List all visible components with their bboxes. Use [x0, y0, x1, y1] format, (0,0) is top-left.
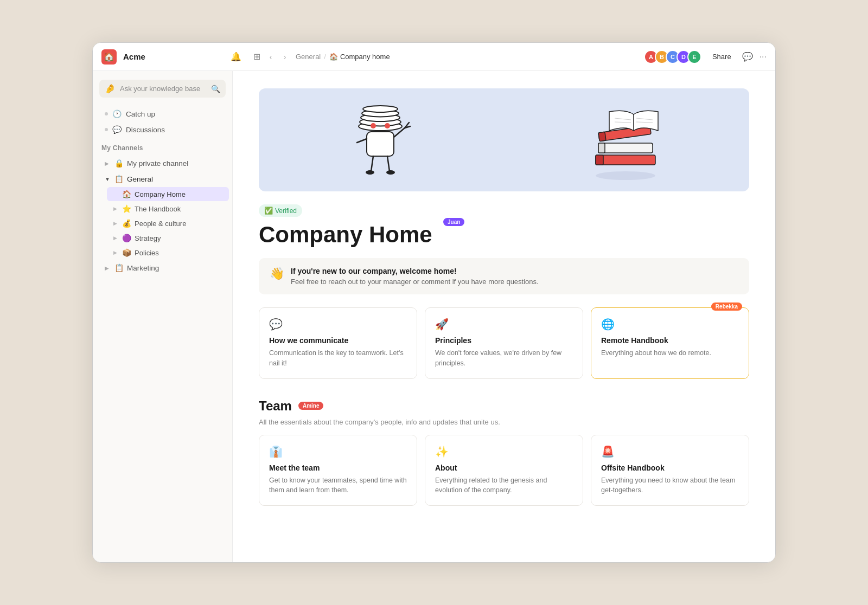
sidebar-item-private-channel[interactable]: ▶ 🔒 My private channel [96, 156, 229, 171]
welcome-title: If you're new to our company, welcome ho… [291, 267, 539, 275]
hero-banner [259, 88, 749, 191]
svg-rect-22 [598, 132, 605, 141]
notification-icon[interactable]: 🔔 [228, 49, 244, 65]
layout-icon[interactable]: ⊞ [249, 49, 264, 65]
meet-team-desc: Get to know your teammates, spend time w… [269, 475, 407, 496]
team-title: Team [259, 398, 292, 414]
about-title: About [435, 464, 573, 472]
hero-figure-right [588, 95, 663, 184]
avatar-5: E [687, 50, 701, 64]
hero-figure-left [345, 96, 416, 183]
dot-indicator [105, 112, 108, 115]
amine-cursor: Amine [298, 402, 324, 410]
remote-icon: 🌐 [601, 318, 739, 331]
private-channel-label: My private channel [127, 159, 188, 168]
marketing-icon: 📋 [114, 263, 124, 272]
sidebar-item-discussions[interactable]: 💬 Discussions [96, 122, 229, 137]
breadcrumb-parent[interactable]: General [296, 53, 321, 61]
breadcrumb-separator: / [324, 53, 326, 61]
chat-icon: 💬 [112, 125, 122, 134]
card-principles[interactable]: 🚀 Principles We don't force values, we'r… [425, 307, 583, 379]
clock-icon: 🕐 [112, 110, 122, 118]
svg-point-14 [366, 170, 374, 175]
c-arrow-2: ▶ [113, 206, 119, 211]
app-logo[interactable]: 🏠 [101, 49, 117, 65]
svg-line-13 [387, 156, 390, 171]
comment-icon[interactable]: 💬 [742, 49, 753, 65]
breadcrumb: General / 🏠 Company home [296, 53, 390, 61]
c-arrow-4: ▶ [113, 235, 119, 241]
card-remote-handbook[interactable]: Rebekka 🌐 Remote Handbook Everything abo… [591, 307, 749, 379]
svg-rect-18 [596, 155, 603, 165]
sidebar-item-people-culture[interactable]: ▶ 💰 People & culture [107, 216, 229, 230]
strategy-icon: 🟣 [122, 234, 131, 242]
welcome-text-block: If you're new to our company, welcome ho… [291, 267, 539, 286]
communicate-title: How we communicate [269, 336, 407, 345]
avatar-stack: A B C D E [644, 50, 701, 64]
general-icon: 📋 [114, 175, 124, 183]
house-icon: 🏠 [122, 190, 131, 198]
team-desc: All the essentials about the company's p… [259, 418, 749, 426]
people-culture-label: People & culture [135, 220, 186, 228]
content-area: ✅ Verified Company Home Juan 👋 If you're… [233, 71, 775, 562]
star-icon: ⭐ [122, 204, 131, 213]
offsite-desc: Everything you need to know about the te… [601, 475, 739, 496]
search-bar[interactable]: 🤌 Ask your knowledge base 🔍 [99, 80, 226, 98]
offsite-title: Offsite Handbook [601, 464, 739, 472]
sidebar-item-strategy[interactable]: ▶ 🟣 Strategy [107, 231, 229, 245]
breadcrumb-current: 🏠 Company home [329, 53, 390, 61]
topbar: 🏠 Acme 🔔 ⊞ ‹ › General / 🏠 Company home [93, 43, 775, 71]
card-how-communicate[interactable]: 💬 How we communicate Communication is th… [259, 307, 417, 379]
meet-team-title: Meet the team [269, 464, 407, 472]
team-icon: 👔 [269, 445, 407, 458]
rebekka-cursor: Rebekka [711, 302, 742, 311]
sidebar: 🤌 Ask your knowledge base 🔍 🕐 Catch up 💬… [93, 71, 233, 562]
search-placeholder: Ask your knowledge base [120, 85, 207, 93]
nav-arrows: ‹ › [264, 50, 291, 63]
team-section-header: Team Amine [259, 398, 749, 414]
share-button[interactable]: Share [708, 50, 736, 63]
svg-rect-20 [598, 143, 605, 153]
principles-title: Principles [435, 336, 573, 345]
welcome-box: 👋 If you're new to our company, welcome … [259, 258, 749, 294]
card-meet-team[interactable]: 👔 Meet the team Get to know your teammat… [259, 435, 417, 506]
hand-icon: 🤌 [105, 83, 116, 94]
forward-arrow[interactable]: › [278, 50, 291, 63]
topbar-left: 🏠 Acme 🔔 ⊞ [101, 49, 264, 65]
general-children: 🏠 Company Home ▶ ⭐ The Handbook ▶ 💰 Peop… [93, 187, 232, 260]
svg-rect-17 [596, 155, 655, 165]
sidebar-item-company-home[interactable]: 🏠 Company Home [107, 187, 229, 201]
chevron-right-icon-mkt: ▶ [105, 265, 111, 271]
card-about[interactable]: ✨ About Everything related to the genesi… [425, 435, 583, 506]
policies-label: Policies [135, 249, 159, 257]
svg-rect-19 [598, 143, 653, 153]
page-title-row: Company Home Juan [259, 222, 749, 247]
discussions-label: Discussions [126, 126, 165, 134]
app-name: Acme [123, 52, 145, 61]
verified-badge: ✅ Verified [259, 204, 302, 217]
about-icon: ✨ [435, 445, 573, 458]
sidebar-item-policies[interactable]: ▶ 📦 Policies [107, 246, 229, 260]
sidebar-item-marketing[interactable]: ▶ 📋 Marketing [96, 260, 229, 275]
sidebar-item-catchup[interactable]: 🕐 Catch up [96, 106, 229, 121]
principles-icon: 🚀 [435, 318, 573, 331]
offsite-icon: 🚨 [601, 445, 739, 458]
app-window: 🏠 Acme 🔔 ⊞ ‹ › General / 🏠 Company home [92, 42, 776, 563]
wave-icon: 👋 [270, 267, 284, 281]
c-arrow-5: ▶ [113, 250, 119, 255]
back-arrow[interactable]: ‹ [264, 50, 277, 63]
sidebar-item-handbook[interactable]: ▶ ⭐ The Handbook [107, 202, 229, 216]
sidebar-item-general[interactable]: ▼ 📋 General [96, 171, 229, 186]
lock-icon: 🔒 [114, 159, 124, 168]
about-desc: Everything related to the genesis and ev… [435, 475, 573, 496]
svg-point-16 [596, 171, 655, 180]
card-offsite-handbook[interactable]: 🚨 Offsite Handbook Everything you need t… [591, 435, 749, 506]
more-icon[interactable]: ··· [760, 49, 767, 65]
svg-point-5 [371, 123, 376, 128]
remote-title: Remote Handbook [601, 336, 739, 345]
dot-indicator-2 [105, 128, 108, 131]
strategy-label: Strategy [135, 234, 161, 242]
verified-label: Verified [275, 207, 297, 215]
company-home-label: Company Home [135, 190, 186, 198]
principles-desc: We don't force values, we're driven by f… [435, 348, 573, 369]
